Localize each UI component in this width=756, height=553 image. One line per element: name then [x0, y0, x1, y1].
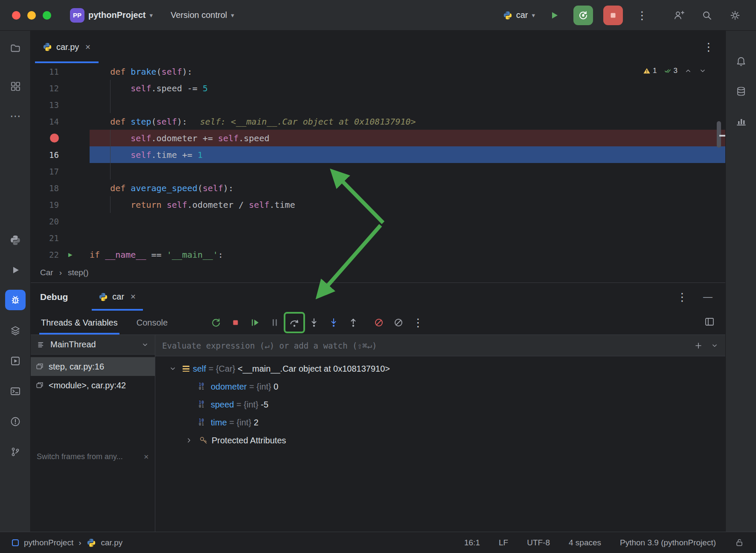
tab-console[interactable]: Console [137, 311, 168, 335]
variable-row[interactable]: 1001odometer = {int} 0 [155, 378, 725, 396]
code-text[interactable] [90, 230, 725, 246]
code-text[interactable]: def step(self):self: <__main__.Car objec… [90, 113, 725, 130]
gutter[interactable]: 22▶ [31, 246, 90, 263]
layout-settings-button[interactable] [704, 316, 715, 329]
run-line-icon[interactable]: ▶ [68, 250, 73, 259]
tab-close-icon[interactable]: ✕ [85, 43, 90, 51]
session-close-icon[interactable]: ✕ [130, 293, 136, 301]
search-everywhere-button[interactable] [698, 6, 716, 24]
breadcrumb-item-method[interactable]: step() [68, 268, 89, 277]
inspections-widget[interactable]: 1 3 [643, 67, 707, 75]
toolbar-more-button[interactable]: ⋮ [412, 316, 425, 329]
run-button[interactable] [545, 6, 563, 24]
code-text[interactable] [90, 163, 725, 180]
code-line-20[interactable]: 20 [31, 213, 725, 230]
more-tool-windows-button[interactable]: ⋯ [5, 106, 26, 126]
tab-options-button[interactable]: ⋮ [703, 41, 714, 52]
gutter[interactable]: 17 [31, 163, 90, 180]
prev-problem-chevron-icon[interactable] [684, 67, 692, 75]
chevron-right-icon[interactable] [185, 437, 193, 444]
frame-row[interactable]: <module>, car.py:42 [31, 376, 155, 395]
status-item[interactable]: UTF-8 [527, 538, 550, 547]
frame-row[interactable]: step, car.py:16 [31, 357, 155, 376]
code-with-me-button[interactable] [670, 6, 688, 24]
gutter[interactable]: 13 [31, 96, 90, 113]
project-widget[interactable]: PP pythonProject ▾ [70, 8, 153, 23]
titlebar-more-button[interactable]: ⋮ [633, 6, 651, 24]
code-line-15[interactable]: self.odometer += self.speed [31, 130, 725, 146]
code-line-18[interactable]: 18 def average_speed(self): [31, 180, 725, 196]
checks-summary[interactable]: 3 [664, 67, 677, 75]
gutter[interactable]: 14 [31, 113, 90, 130]
gutter[interactable]: 16 [31, 146, 90, 163]
stop-debug-button[interactable] [229, 316, 242, 329]
editor-scrollbar-thumb[interactable] [717, 121, 721, 148]
run-anything-button[interactable] [5, 351, 26, 371]
structure-tool-button[interactable] [5, 76, 26, 96]
gutter[interactable]: 11 [31, 63, 90, 80]
mute-breakpoints-button[interactable] [392, 316, 405, 329]
code-line-21[interactable]: 21 [31, 230, 725, 246]
chevron-down-icon[interactable] [169, 365, 177, 373]
editor-tab-car-py[interactable]: car.py ✕ [35, 31, 99, 63]
code-editor[interactable]: 11 def brake(self):12 self.speed -= 5131… [31, 63, 725, 263]
code-line-22[interactable]: 22▶if __name__ == '__main__': [31, 246, 725, 263]
next-problem-chevron-icon[interactable] [699, 67, 707, 75]
evaluate-expression-input[interactable]: Evaluate expression (↵) or add a watch (… [155, 335, 725, 356]
gutter[interactable]: 19 [31, 196, 90, 213]
step-out-button[interactable] [347, 316, 360, 329]
project-tool-button[interactable] [5, 38, 26, 58]
run-config-selector[interactable]: car ▾ [503, 10, 535, 20]
status-item[interactable]: LF [499, 538, 508, 547]
code-line-13[interactable]: 13 [31, 96, 725, 113]
lock-icon[interactable] [735, 538, 744, 547]
code-text[interactable]: if __name__ == '__main__': [90, 246, 725, 263]
breadcrumb-item-class[interactable]: Car [40, 268, 53, 277]
code-line-11[interactable]: 11 def brake(self): [31, 63, 725, 80]
status-item[interactable]: Python 3.9 (pythonProject) [620, 538, 716, 547]
step-over-button[interactable] [288, 316, 301, 329]
stop-button[interactable] [603, 6, 623, 25]
notifications-button[interactable] [731, 51, 751, 72]
hide-panel-button[interactable]: — [703, 291, 712, 303]
breakpoint-dot[interactable] [50, 134, 59, 143]
version-control-tool-button[interactable] [5, 442, 26, 462]
code-text[interactable]: self.speed -= 5 [90, 80, 725, 96]
status-file-name[interactable]: car.py [101, 538, 123, 547]
services-tool-button[interactable] [5, 320, 26, 341]
code-line-17[interactable]: 17 [31, 163, 725, 180]
code-line-12[interactable]: 12 self.speed -= 5 [31, 80, 725, 96]
version-control-widget[interactable]: Version control ▾ [171, 10, 234, 20]
code-text[interactable] [90, 96, 725, 113]
resume-button[interactable] [249, 316, 262, 329]
terminal-tool-button[interactable] [5, 381, 26, 402]
status-project-name[interactable]: pythonProject [24, 538, 73, 547]
pause-button[interactable] [268, 316, 281, 329]
problems-tool-button[interactable] [5, 411, 26, 432]
gutter[interactable]: 20 [31, 213, 90, 230]
debug-tool-button[interactable] [5, 290, 26, 310]
variable-row[interactable]: Protected Attributes [155, 431, 725, 449]
warnings-summary[interactable]: 1 [643, 67, 657, 75]
debug-session-tab[interactable]: car ✕ [92, 283, 142, 311]
database-tool-button[interactable] [731, 81, 751, 102]
code-line-19[interactable]: 19 return self.odometer / self.time [31, 196, 725, 213]
minimize-window-button[interactable] [27, 11, 36, 20]
python-packages-button[interactable] [5, 230, 26, 250]
variable-row[interactable]: 1001speed = {int} -5 [155, 396, 725, 413]
variable-row[interactable]: 1001time = {int} 2 [155, 413, 725, 431]
code-line-14[interactable]: 14 def step(self):self: <__main__.Car ob… [31, 113, 725, 130]
run-tool-button[interactable] [5, 260, 26, 280]
debug-button[interactable] [573, 6, 593, 25]
gutter[interactable]: 12 [31, 80, 90, 96]
rerun-debug-button[interactable] [209, 316, 222, 329]
gutter[interactable] [31, 130, 90, 146]
zoom-window-button[interactable] [43, 11, 51, 20]
view-breakpoints-button[interactable] [372, 316, 385, 329]
banner-close-icon[interactable]: ✕ [143, 453, 149, 461]
step-into-button[interactable] [308, 316, 320, 329]
code-line-16[interactable]: 16 self.time += 1 [31, 146, 725, 163]
variable-row[interactable]: self = {Car} <__main__.Car object at 0x1… [155, 360, 725, 378]
force-step-into-button[interactable] [327, 316, 340, 329]
code-text[interactable]: self.time += 1 [90, 146, 725, 163]
